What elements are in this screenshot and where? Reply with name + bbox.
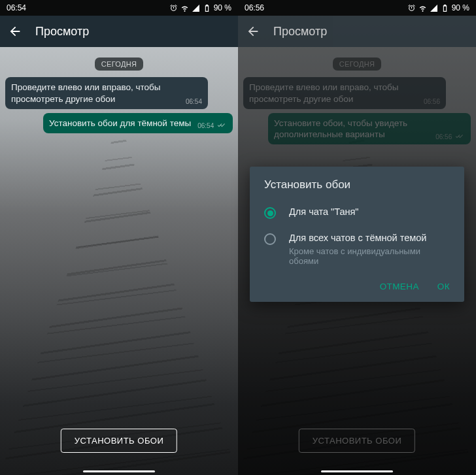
battery-icon [441,4,449,12]
message-text: Проведите влево или вправо, чтобы просмо… [11,82,160,104]
radio-sublabel: Кроме чатов с индивидуальными обоями [289,246,450,266]
app-bar: Просмотр [0,16,238,47]
message-outgoing: Установить обои для тёмной темы 06:54 [43,113,233,133]
set-wallpaper-dialog: Установить обои Для чата "Таня" Для всех… [250,167,464,302]
radio-label: Для всех чатов с тёмной темой [289,232,450,245]
chat-preview: СЕГОДНЯ Проведите влево или вправо, чтоб… [0,47,238,475]
radio-icon [264,233,276,245]
clock: 06:54 [7,3,26,12]
date-chip: СЕГОДНЯ [95,57,143,71]
status-bar: 06:56 90 % [238,0,476,16]
message-incoming: Проведите влево или вправо, чтобы просмо… [5,77,208,109]
status-bar: 06:54 90 % [0,0,238,16]
radio-label: Для чата "Таня" [289,206,358,219]
back-icon [246,24,260,39]
set-wallpaper-button[interactable]: УСТАНОВИТЬ ОБОИ [61,429,177,453]
clock: 06:56 [245,3,264,12]
gesture-bar [83,470,155,472]
signal-icon [430,4,438,12]
wifi-icon [180,4,189,12]
ok-button[interactable]: ОК [437,282,450,291]
dialog-title: Установить обои [250,178,464,199]
message-time: 06:54 [186,97,202,106]
cancel-button[interactable]: ОТМЕНА [380,282,419,291]
radio-option-all-dark-chats[interactable]: Для всех чатов с тёмной темой Кроме чато… [250,225,464,272]
battery-percent: 90 % [452,3,469,12]
battery-percent: 90 % [214,3,231,12]
alarm-icon [169,4,178,12]
message-text: Установить обои для тёмной темы [49,118,191,128]
battery-icon [203,4,211,12]
radio-icon [264,207,276,219]
app-bar: Просмотр [238,16,476,47]
radio-option-this-chat[interactable]: Для чата "Таня" [250,199,464,225]
page-title: Просмотр [35,25,89,39]
read-ticks-icon [217,122,227,129]
alarm-icon [407,4,416,12]
wifi-icon [418,4,427,12]
back-icon[interactable] [8,24,22,39]
message-time: 06:54 [197,122,227,130]
gesture-bar [321,470,393,472]
screen-left: 06:54 90 % Просмотр СЕГОДНЯ Проведите вл… [0,0,238,475]
signal-icon [192,4,200,12]
screen-right: 06:56 90 % Просмотр СЕГОДНЯ Проведите вл… [238,0,476,475]
page-title: Просмотр [273,25,327,39]
